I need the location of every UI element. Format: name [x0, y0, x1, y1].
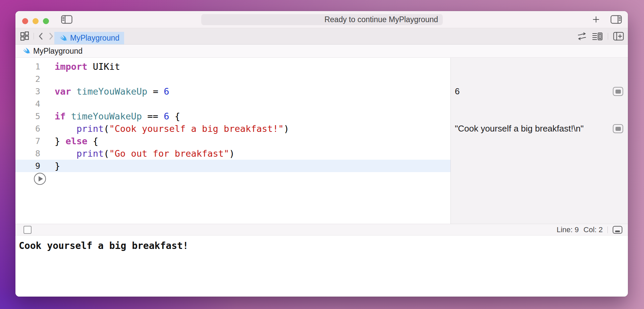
add-editor-icon[interactable] [613, 32, 624, 41]
sidebar-toggle-icon[interactable] [61, 15, 72, 24]
minimize-button[interactable] [33, 18, 39, 24]
play-icon [39, 176, 43, 182]
line-number: 5 [15, 111, 40, 121]
activity-status-pill: Ready to continue MyPlayground [201, 14, 443, 25]
cursor-position: Line: 9 Col: 2 [556, 225, 623, 234]
code-line[interactable]: 7} else { [15, 135, 450, 147]
tab-myplayground[interactable]: MyPlayground [54, 32, 124, 44]
inspector-toggle-icon[interactable] [610, 15, 622, 24]
tabbar-left-controls [20, 28, 54, 44]
forward-chevron-icon[interactable] [48, 32, 54, 40]
code-text: } else { [40, 136, 98, 146]
line-number: 9 [15, 161, 40, 171]
swift-icon [22, 47, 30, 55]
console-output: Cook yourself a big breakfast! [19, 240, 189, 251]
title-bar[interactable]: Ready to continue MyPlayground [15, 11, 628, 28]
result-display-icon [615, 90, 621, 94]
code-lines: 1import UIKit23var timeYouWakeUp = 645if… [15, 60, 450, 172]
divider [34, 33, 34, 40]
code-text: var timeYouWakeUp = 6 [40, 86, 169, 97]
console-area[interactable]: Cook yourself a big breakfast! [15, 236, 628, 297]
column-indicator: Col: 2 [584, 225, 603, 234]
code-text: print("Cook yourself a big breakfast!") [40, 123, 289, 134]
titlebar-right-buttons [592, 15, 622, 24]
close-button[interactable] [22, 18, 28, 24]
line-number: 2 [15, 74, 40, 84]
tabbar-right-controls [577, 28, 624, 44]
divider [607, 226, 608, 233]
console-toggle-icon[interactable] [612, 226, 623, 234]
result-value: "Cook yourself a big breakfast!\n" [455, 123, 613, 134]
line-number: 4 [15, 99, 40, 109]
line-number: 7 [15, 136, 40, 146]
result-value: 6 [455, 86, 613, 97]
main-content: 1import UIKit23var timeYouWakeUp = 645if… [15, 58, 628, 224]
code-line[interactable]: 9} [15, 160, 450, 172]
code-line[interactable]: 1import UIKit [15, 60, 450, 73]
jumpbar-file-label: MyPlayground [33, 47, 83, 56]
show-result-button[interactable] [613, 87, 623, 96]
results-sidebar: 6"Cook yourself a big breakfast!\n" [450, 58, 628, 224]
traffic-lights [22, 18, 49, 24]
result-row: 6 [451, 85, 628, 98]
code-text: import UIKit [40, 61, 120, 72]
related-items-icon[interactable] [20, 32, 30, 41]
code-text: print("Go out for breakfast") [40, 148, 234, 159]
play-button[interactable] [34, 173, 46, 185]
code-text: } [40, 161, 60, 171]
code-line[interactable]: 2 [15, 73, 450, 85]
zoom-button[interactable] [43, 18, 49, 24]
code-line[interactable]: 3var timeYouWakeUp = 6 [15, 85, 450, 98]
source-editor[interactable]: 1import UIKit23var timeYouWakeUp = 645if… [15, 58, 450, 224]
line-number: 1 [15, 62, 40, 71]
swift-icon [59, 34, 67, 42]
line-number: 8 [15, 149, 40, 158]
tab-label: MyPlayground [70, 34, 119, 43]
debug-bar: Line: 9 Col: 2 [15, 224, 628, 236]
back-chevron-icon[interactable] [38, 32, 44, 40]
result-display-icon [615, 127, 621, 131]
code-text: if timeYouWakeUp == 6 { [40, 111, 180, 121]
xcode-playground-window: Ready to continue MyPlayground [15, 11, 628, 297]
debug-area-checkbox[interactable] [23, 226, 32, 234]
swap-arrows-icon[interactable] [577, 32, 587, 40]
result-row: "Cook yourself a big breakfast!\n" [451, 122, 628, 135]
line-number: 3 [15, 87, 40, 96]
plus-icon[interactable] [592, 16, 600, 23]
line-indicator: Line: 9 [556, 225, 579, 234]
jump-bar[interactable]: MyPlayground [15, 45, 628, 58]
code-line[interactable]: 6 print("Cook yourself a big breakfast!"… [15, 122, 450, 135]
tab-bar: MyPlayground [15, 28, 628, 45]
show-result-button[interactable] [613, 124, 623, 133]
code-line[interactable]: 4 [15, 98, 450, 110]
status-text: Ready to continue MyPlayground [324, 15, 438, 24]
line-number: 6 [15, 124, 40, 134]
editor-options-icon[interactable] [592, 32, 603, 41]
code-line[interactable]: 8 print("Go out for breakfast") [15, 147, 450, 160]
code-line[interactable]: 5if timeYouWakeUp == 6 { [15, 110, 450, 122]
divider [608, 33, 608, 40]
